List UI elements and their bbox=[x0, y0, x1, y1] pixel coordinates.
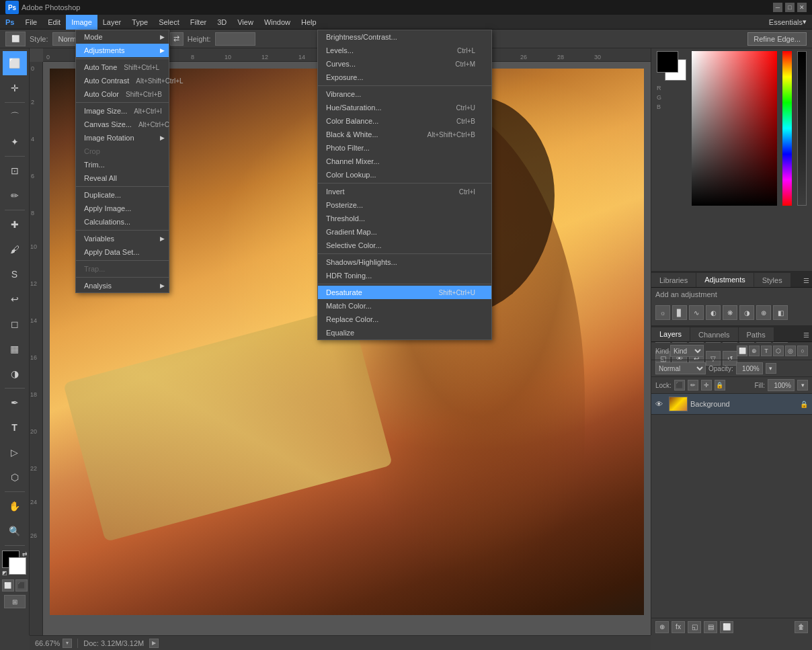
menu-item-calculations[interactable]: Calculations... bbox=[76, 215, 169, 229]
color-swatch-preview[interactable] bbox=[657, 51, 686, 81]
submenu-black-white[interactable]: Black & White... Alt+Shift+Ctrl+B bbox=[318, 128, 491, 141]
window-controls[interactable]: ─ □ ✕ bbox=[773, 3, 807, 12]
background-color[interactable] bbox=[9, 557, 26, 575]
submenu-photo-filter[interactable]: Photo Filter... bbox=[318, 141, 491, 155]
submenu-exposure[interactable]: Exposure... bbox=[318, 71, 491, 84]
menu-item-mode[interactable]: Mode bbox=[76, 30, 169, 44]
lock-all-icon[interactable]: 🔒 bbox=[715, 380, 725, 391]
menu-item-auto-color[interactable]: Auto Color Shift+Ctrl+B bbox=[76, 87, 169, 101]
submenu-gradient-map[interactable]: Gradient Map... bbox=[318, 225, 491, 239]
menu-item-analysis[interactable]: Analysis bbox=[76, 279, 169, 292]
doc-info-arrow[interactable]: ▶ bbox=[149, 639, 159, 648]
menu-item-reveal-all[interactable]: Reveal All bbox=[76, 171, 169, 185]
tool-hand[interactable]: ✋ bbox=[3, 494, 27, 518]
menu-window[interactable]: Window bbox=[259, 15, 296, 30]
foreground-color-swatch[interactable] bbox=[657, 51, 678, 73]
tab-layers[interactable]: Layers bbox=[651, 327, 690, 341]
adj-hue-sat-btn[interactable]: ◑ bbox=[739, 305, 754, 320]
new-group-button[interactable]: ▤ bbox=[704, 621, 717, 633]
menu-edit[interactable]: Edit bbox=[42, 15, 66, 30]
submenu-hdr-toning[interactable]: HDR Toning... bbox=[318, 269, 491, 282]
menu-item-trim[interactable]: Trim... bbox=[76, 158, 169, 171]
kind-select[interactable]: Kind bbox=[670, 345, 704, 357]
new-layer-button[interactable]: ⬜ bbox=[720, 621, 733, 633]
submenu-levels[interactable]: Levels... Ctrl+L bbox=[318, 44, 491, 57]
menu-select[interactable]: Select bbox=[153, 15, 185, 30]
submenu-equalize[interactable]: Equalize bbox=[318, 326, 491, 339]
tool-move[interactable]: ✛ bbox=[3, 76, 27, 100]
height-input[interactable] bbox=[215, 32, 255, 46]
quick-mask-button[interactable]: ⬛ bbox=[15, 579, 28, 592]
menu-view[interactable]: View bbox=[232, 15, 259, 30]
menu-image[interactable]: Image bbox=[66, 15, 97, 30]
submenu-desaturate[interactable]: Desaturate Shift+Ctrl+U bbox=[318, 286, 491, 299]
adj-black-white-btn[interactable]: ◧ bbox=[773, 305, 788, 320]
tab-libraries[interactable]: Libraries bbox=[651, 272, 696, 287]
fg-bg-swatches[interactable]: ⇄ ◩ bbox=[2, 551, 28, 576]
tool-eraser[interactable]: ◻ bbox=[3, 312, 27, 336]
layer-blend-mode[interactable]: Normal bbox=[655, 362, 706, 374]
workspace-selector[interactable]: Essentials ▾ bbox=[764, 15, 812, 30]
tool-path-select[interactable]: ▷ bbox=[3, 440, 27, 464]
tool-magic-wand[interactable]: ✦ bbox=[3, 130, 27, 154]
menu-item-duplicate[interactable]: Duplicate... bbox=[76, 188, 169, 202]
tool-eyedropper[interactable]: ✏ bbox=[3, 184, 27, 208]
filter-toggle-icon[interactable]: ○ bbox=[797, 346, 808, 356]
lock-transparent-icon[interactable]: ⬛ bbox=[674, 380, 685, 391]
tab-paths[interactable]: Paths bbox=[739, 327, 774, 341]
adj-panel-menu-icon[interactable]: ☰ bbox=[801, 274, 812, 287]
refine-edge-button[interactable]: Refine Edge... bbox=[747, 32, 807, 46]
submenu-shadows-highlights[interactable]: Shadows/Highlights... bbox=[318, 255, 491, 269]
add-mask-button[interactable]: ◱ bbox=[688, 621, 701, 633]
zoom-menu-icon[interactable]: ▾ bbox=[63, 639, 72, 648]
filter-pixel-icon[interactable]: ⬜ bbox=[737, 346, 747, 356]
tool-gradient[interactable]: ▦ bbox=[3, 337, 27, 361]
tab-styles[interactable]: Styles bbox=[754, 272, 791, 287]
color-gradient-picker[interactable] bbox=[692, 51, 777, 206]
submenu-threshold[interactable]: Threshold... bbox=[318, 212, 491, 225]
lock-position-icon[interactable]: ✛ bbox=[701, 380, 712, 391]
menu-item-auto-tone[interactable]: Auto Tone Shift+Ctrl+L bbox=[76, 60, 169, 74]
tool-text[interactable]: T bbox=[3, 415, 27, 440]
layer-background[interactable]: 👁 Background 🔒 bbox=[651, 394, 812, 415]
submenu-brightness-contrast[interactable]: Brightness/Contrast... bbox=[318, 30, 491, 44]
tool-crop[interactable]: ⊡ bbox=[3, 159, 27, 183]
hue-slider[interactable] bbox=[782, 51, 792, 206]
filter-adjust-icon[interactable]: ⊕ bbox=[749, 346, 760, 356]
delete-layer-button[interactable]: 🗑 bbox=[795, 621, 808, 633]
menu-item-adjustments[interactable]: Adjustments bbox=[76, 44, 169, 57]
minimize-button[interactable]: ─ bbox=[773, 3, 782, 12]
tool-shape[interactable]: ⬡ bbox=[3, 465, 27, 489]
submenu-replace-color[interactable]: Replace Color... bbox=[318, 313, 491, 326]
opacity-settings-icon[interactable]: ▾ bbox=[766, 363, 776, 374]
swap-colors-icon[interactable]: ⇄ bbox=[22, 551, 28, 557]
menu-item-image-rotation[interactable]: Image Rotation bbox=[76, 131, 169, 145]
adj-brightness-btn[interactable]: ☼ bbox=[655, 305, 670, 320]
submenu-channel-mixer[interactable]: Channel Mixer... bbox=[318, 155, 491, 168]
close-button[interactable]: ✕ bbox=[797, 3, 807, 12]
lock-image-icon[interactable]: ✏ bbox=[688, 380, 698, 391]
tool-pen[interactable]: ✒ bbox=[3, 391, 27, 415]
menu-item-apply-image[interactable]: Apply Image... bbox=[76, 202, 169, 215]
adj-curves-btn[interactable]: ∿ bbox=[689, 305, 704, 320]
adj-vibrance-btn[interactable]: ❋ bbox=[723, 305, 737, 320]
submenu-color-balance[interactable]: Color Balance... Ctrl+B bbox=[318, 114, 491, 128]
submenu-invert[interactable]: Invert Ctrl+I bbox=[318, 185, 491, 198]
menu-item-canvas-size[interactable]: Canvas Size... Alt+Ctrl+C bbox=[76, 118, 169, 131]
standard-mode-button[interactable]: ⬜ bbox=[2, 579, 14, 592]
tool-zoom[interactable]: 🔍 bbox=[3, 519, 27, 543]
adj-levels-btn[interactable]: ▊ bbox=[672, 305, 687, 320]
tool-clone[interactable]: S bbox=[3, 262, 27, 286]
tool-brush[interactable]: 🖌 bbox=[3, 237, 27, 261]
submenu-posterize[interactable]: Posterize... bbox=[318, 198, 491, 212]
layer-visibility-icon[interactable]: 👁 bbox=[655, 400, 666, 408]
adj-exposure-btn[interactable]: ◐ bbox=[706, 305, 721, 320]
menu-filter[interactable]: Filter bbox=[185, 15, 212, 30]
tool-healing[interactable]: ✚ bbox=[3, 212, 27, 237]
submenu-color-lookup[interactable]: Color Lookup... bbox=[318, 168, 491, 181]
tab-adjustments[interactable]: Adjustments bbox=[696, 272, 754, 287]
fx-button[interactable]: fx bbox=[672, 621, 685, 633]
menu-file[interactable]: File bbox=[19, 15, 42, 30]
menu-help[interactable]: Help bbox=[296, 15, 322, 30]
default-colors-icon[interactable]: ◩ bbox=[2, 570, 7, 576]
